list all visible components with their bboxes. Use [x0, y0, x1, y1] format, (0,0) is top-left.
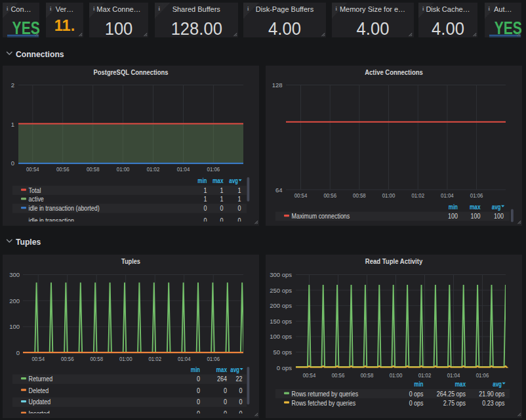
svg-text:0: 0 [224, 398, 227, 406]
svg-text:max: max [455, 380, 466, 387]
svg-text:01:02: 01:02 [411, 192, 424, 198]
svg-text:min: min [449, 203, 458, 210]
svg-text:0: 0 [239, 398, 243, 406]
svg-text:0: 0 [220, 204, 224, 212]
svg-text:128: 128 [272, 81, 283, 89]
svg-text:1: 1 [220, 195, 224, 203]
svg-text:PostgreSQL Connections: PostgreSQL Connections [94, 68, 169, 76]
svg-text:0 ops: 0 ops [277, 364, 292, 371]
svg-text:0: 0 [16, 348, 20, 356]
svg-text:Updated: Updated [29, 398, 51, 406]
svg-text:2: 2 [11, 81, 14, 89]
svg-text:1: 1 [11, 120, 14, 127]
svg-text:avg: avg [493, 380, 502, 387]
svg-text:01:06: 01:06 [207, 165, 220, 172]
svg-text:Active Connections: Active Connections [365, 68, 423, 76]
svg-text:00:56: 00:56 [61, 355, 74, 362]
svg-text:0: 0 [204, 216, 207, 224]
svg-text:01:00: 01:00 [390, 372, 403, 379]
svg-text:00:58: 00:58 [90, 355, 103, 362]
svg-text:64: 64 [275, 186, 283, 193]
svg-text:264: 264 [217, 375, 227, 383]
svg-text:Returned: Returned [29, 375, 53, 383]
svg-text:01:04: 01:04 [447, 372, 460, 379]
svg-text:01:02: 01:02 [147, 165, 160, 172]
svg-text:Maximum connections: Maximum connections [292, 212, 350, 220]
svg-text:01:04: 01:04 [441, 192, 454, 198]
svg-text:00:54: 00:54 [294, 192, 308, 198]
svg-text:01:06: 01:06 [470, 192, 483, 198]
svg-text:min: min [414, 380, 423, 387]
svg-text:0: 0 [197, 386, 200, 394]
svg-text:00:56: 00:56 [56, 165, 70, 172]
svg-text:active: active [29, 195, 44, 203]
svg-text:max: max [216, 366, 227, 373]
svg-text:100: 100 [494, 212, 504, 220]
svg-text:00:54: 00:54 [303, 372, 316, 379]
svg-text:00:58: 00:58 [353, 192, 366, 198]
svg-text:0: 0 [238, 204, 241, 212]
svg-text:00:58: 00:58 [87, 165, 100, 172]
svg-text:01:00: 01:00 [117, 165, 130, 172]
svg-text:Total: Total [29, 186, 41, 194]
svg-text:100: 100 [448, 212, 458, 220]
svg-text:0: 0 [197, 375, 200, 383]
svg-text:01:06: 01:06 [476, 372, 489, 379]
svg-text:150 ops: 150 ops [270, 317, 292, 324]
svg-text:max: max [212, 177, 224, 184]
svg-text:avg: avg [229, 177, 238, 184]
svg-text:01:02: 01:02 [148, 355, 161, 362]
svg-text:01:02: 01:02 [418, 372, 432, 379]
svg-text:300: 300 [9, 271, 20, 278]
svg-text:1: 1 [220, 186, 224, 194]
svg-text:max: max [470, 203, 481, 210]
svg-text:1: 1 [204, 195, 207, 203]
svg-text:100: 100 [9, 323, 20, 330]
svg-text:0 ops: 0 ops [409, 389, 424, 397]
svg-text:01:04: 01:04 [177, 165, 190, 172]
svg-text:00:54: 00:54 [26, 165, 39, 172]
svg-text:idle in transaction: idle in transaction [29, 216, 75, 224]
svg-text:00:58: 00:58 [361, 372, 374, 379]
svg-text:1: 1 [238, 186, 241, 194]
svg-text:1: 1 [204, 186, 207, 194]
svg-text:min: min [191, 366, 200, 373]
svg-text:0 ops: 0 ops [409, 398, 424, 406]
svg-text:1: 1 [238, 195, 241, 203]
svg-text:264.25 ops: 264.25 ops [437, 389, 466, 397]
svg-text:22: 22 [236, 375, 243, 383]
svg-text:Rows fetched by queries: Rows fetched by queries [292, 398, 356, 406]
svg-text:0: 0 [197, 409, 200, 417]
svg-text:00:56: 00:56 [323, 192, 336, 198]
svg-text:0: 0 [197, 398, 200, 406]
svg-text:200: 200 [9, 297, 20, 304]
svg-text:0: 0 [224, 409, 227, 417]
svg-text:0: 0 [224, 386, 227, 394]
svg-text:0: 0 [204, 204, 207, 212]
svg-text:01:06: 01:06 [207, 355, 220, 362]
svg-text:100: 100 [471, 212, 481, 220]
svg-text:21.90 ops: 21.90 ops [479, 389, 504, 397]
svg-text:01:00: 01:00 [382, 192, 395, 198]
svg-text:0: 0 [11, 159, 14, 167]
svg-text:0: 0 [238, 216, 241, 224]
svg-text:300 ops: 300 ops [270, 270, 292, 278]
svg-text:0.23 ops: 0.23 ops [482, 398, 504, 406]
svg-text:Rows returned by queries: Rows returned by queries [292, 389, 359, 397]
svg-text:2.75 ops: 2.75 ops [443, 398, 466, 406]
svg-text:idle in transaction (aborted): idle in transaction (aborted) [29, 204, 100, 212]
svg-text:250 ops: 250 ops [270, 286, 292, 293]
svg-text:0: 0 [239, 409, 243, 417]
svg-text:Deleted: Deleted [29, 386, 49, 394]
svg-text:Inserted: Inserted [29, 409, 50, 417]
svg-text:01:04: 01:04 [178, 355, 191, 362]
svg-text:min: min [197, 177, 207, 184]
svg-text:0: 0 [239, 386, 243, 394]
svg-text:avg: avg [492, 203, 501, 210]
svg-text:00:56: 00:56 [332, 372, 345, 379]
svg-text:100 ops: 100 ops [270, 333, 292, 340]
svg-text:200 ops: 200 ops [270, 302, 292, 309]
svg-text:Read Tuple Activity: Read Tuple Activity [365, 257, 423, 265]
svg-text:avg: avg [230, 366, 239, 373]
svg-text:50 ops: 50 ops [273, 348, 292, 355]
